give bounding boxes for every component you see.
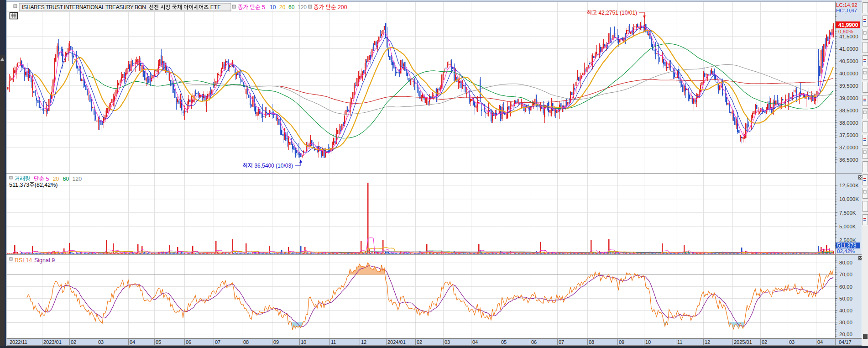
svg-text:07: 07 [215, 339, 220, 345]
svg-text:40,00: 40,00 [839, 308, 852, 313]
svg-text:36,5000: 36,5000 [839, 157, 858, 163]
svg-text:200: 200 [338, 4, 347, 11]
svg-text:70,00: 70,00 [839, 272, 852, 277]
svg-text:50,00: 50,00 [839, 296, 852, 301]
svg-text:04/17: 04/17 [839, 339, 852, 345]
svg-text:20: 20 [52, 176, 59, 182]
svg-text:ETF: ETF [210, 4, 221, 11]
svg-text:80,00: 80,00 [839, 260, 852, 265]
svg-text:05: 05 [156, 339, 161, 345]
svg-text:06: 06 [186, 339, 191, 345]
svg-text:02: 02 [762, 339, 767, 345]
svg-text:10: 10 [270, 4, 276, 11]
svg-text:02: 02 [417, 339, 422, 345]
svg-text:10: 10 [645, 339, 651, 345]
svg-text:10,000K: 10,000K [839, 196, 859, 202]
svg-text:03: 03 [98, 339, 104, 345]
svg-text:511,373: 511,373 [837, 243, 857, 249]
svg-text:08: 08 [589, 339, 594, 345]
svg-text:08: 08 [243, 339, 249, 345]
svg-text:20,00: 20,00 [839, 332, 852, 337]
svg-text:120: 120 [72, 176, 82, 182]
svg-text:RSI 14: RSI 14 [15, 257, 32, 264]
svg-text:09: 09 [619, 339, 624, 345]
svg-text:37,5000: 37,5000 [839, 132, 858, 138]
svg-text:LC:14,92: LC:14,92 [836, 2, 858, 8]
svg-text:04: 04 [130, 339, 135, 345]
svg-text:60,00: 60,00 [839, 284, 852, 290]
svg-text:05: 05 [501, 339, 507, 345]
svg-text:06: 06 [531, 339, 537, 345]
svg-text:30,00: 30,00 [839, 320, 852, 325]
svg-text:HC:-0,67: HC:-0,67 [836, 8, 857, 13]
svg-text:2024/01: 2024/01 [387, 339, 406, 345]
svg-text:11: 11 [677, 339, 682, 345]
svg-text:12,500K: 12,500K [839, 183, 859, 188]
svg-text:5: 5 [46, 176, 49, 182]
svg-text:03: 03 [789, 339, 795, 345]
svg-text:12: 12 [705, 339, 710, 345]
svg-text:40,5000: 40,5000 [839, 58, 858, 64]
svg-text:2022/11: 2022/11 [10, 339, 27, 345]
svg-text:38,5000: 38,5000 [839, 108, 858, 113]
svg-text:40,0000: 40,0000 [839, 71, 858, 76]
svg-text:82,42%: 82,42% [837, 248, 855, 254]
svg-text:511,373: 511,373 [9, 182, 29, 188]
svg-text:Signal 9: Signal 9 [34, 257, 55, 264]
svg-text:36,5400 (10/03): 36,5400 (10/03) [254, 163, 293, 169]
svg-text:41,9900: 41,9900 [838, 22, 858, 28]
svg-text:2025/01: 2025/01 [734, 339, 752, 345]
svg-text:20: 20 [279, 4, 286, 11]
svg-text:0,60%: 0,60% [838, 29, 853, 34]
svg-text:7,500K: 7,500K [839, 210, 856, 216]
svg-text:60: 60 [288, 4, 295, 11]
svg-text:42,2751 (10/01): 42,2751 (10/01) [598, 10, 637, 16]
svg-text:12: 12 [361, 339, 366, 345]
svg-text:5,000K: 5,000K [839, 224, 856, 229]
svg-text:2023/01: 2023/01 [43, 339, 62, 345]
svg-text:38,0000: 38,0000 [839, 120, 858, 126]
svg-text:04: 04 [817, 339, 823, 345]
svg-text:39,0000: 39,0000 [839, 95, 858, 101]
svg-text:10: 10 [301, 339, 306, 345]
svg-text:09: 09 [273, 339, 279, 345]
svg-text:03: 03 [444, 339, 450, 345]
svg-text:5: 5 [262, 4, 265, 11]
svg-text:120: 120 [298, 4, 307, 11]
svg-text:39,5000: 39,5000 [839, 83, 858, 89]
svg-text:2,500K: 2,500K [839, 237, 856, 243]
svg-text:02: 02 [71, 339, 76, 345]
svg-text:11: 11 [331, 339, 336, 345]
svg-text:07: 07 [559, 339, 564, 345]
svg-text:04: 04 [472, 339, 478, 345]
svg-text:60: 60 [63, 176, 69, 182]
svg-text:ISHARES TRUST INTERNATIONAL TR: ISHARES TRUST INTERNATIONAL TREASURY BON [22, 4, 146, 11]
svg-text:41,5000: 41,5000 [839, 34, 858, 39]
svg-text:37,0000: 37,0000 [839, 145, 858, 150]
svg-text:(82,42%): (82,42%) [35, 182, 58, 188]
svg-text:41,0000: 41,0000 [839, 46, 858, 52]
